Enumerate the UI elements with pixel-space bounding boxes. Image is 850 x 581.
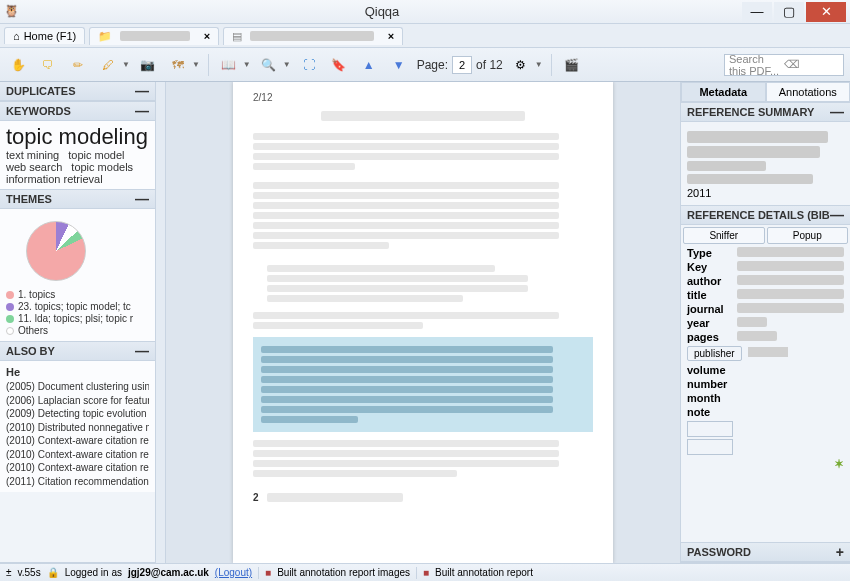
keyword-item[interactable]: text mining xyxy=(6,149,59,161)
tab-document-close[interactable]: × xyxy=(388,30,394,42)
field-author-value[interactable] xyxy=(737,275,844,285)
duplicates-title: DUPLICATES xyxy=(6,85,75,97)
section-number: 2 xyxy=(253,492,259,503)
legend-label: 11. lda; topics; plsi; topic r xyxy=(18,313,133,324)
dropdown-icon[interactable]: ▼ xyxy=(192,60,200,69)
legend-label: 1. topics xyxy=(18,289,55,300)
alsoby-item[interactable]: (2006) Laplacian score for feature xyxy=(6,394,149,408)
tab-annotations[interactable]: Annotations xyxy=(766,82,851,102)
minimize-button[interactable]: — xyxy=(742,2,772,22)
toolbar: ✋ 🗨 ✏ 🖊▼ 📷 🗺▼ 📖▼ 🔍▼ ⛶ 🔖 ▲ ▼ Page: of 12 … xyxy=(0,48,850,82)
tab-home[interactable]: ⌂ Home (F1) xyxy=(4,27,85,44)
tab-metadata[interactable]: Metadata xyxy=(681,82,766,102)
highlight-icon[interactable]: ✏ xyxy=(66,53,90,77)
field-key-value[interactable] xyxy=(737,261,844,271)
sniffer-button[interactable]: Sniffer xyxy=(683,227,765,244)
status-message-1: Built annotation report images xyxy=(277,567,410,578)
pencil-icon[interactable]: 🖊 xyxy=(96,53,120,77)
themes-header[interactable]: THEMES — xyxy=(0,190,155,209)
logout-link[interactable]: (Logout) xyxy=(215,567,252,578)
map-icon[interactable]: 🗺 xyxy=(166,53,190,77)
refdetails-header[interactable]: REFERENCE DETAILS (BIBTE — xyxy=(681,206,850,225)
keyword-main[interactable]: topic modeling xyxy=(6,125,149,149)
keyword-item[interactable]: topic model xyxy=(68,149,124,161)
alsoby-header[interactable]: ALSO BY — xyxy=(0,342,155,361)
status-bar: ± v.55s 🔒 Logged in as jgj29@cam.ac.uk (… xyxy=(0,563,850,581)
dropdown-icon[interactable]: ▼ xyxy=(122,60,130,69)
keyword-item[interactable]: topic models xyxy=(71,161,133,173)
alsoby-item[interactable]: (2011) Citation recommendation xyxy=(6,475,149,489)
note-icon[interactable]: 🗨 xyxy=(36,53,60,77)
alsoby-item[interactable]: (2010) Context-aware citation rec xyxy=(6,461,149,475)
clear-icon[interactable]: ⌫ xyxy=(784,58,839,71)
dropdown-icon[interactable]: ▼ xyxy=(535,60,543,69)
clapper-icon[interactable]: 🎬 xyxy=(560,53,584,77)
collapse-icon[interactable]: — xyxy=(135,86,149,96)
status-stop-icon[interactable]: ■ xyxy=(423,567,429,578)
field-type-value[interactable] xyxy=(737,247,844,257)
page-input[interactable] xyxy=(452,56,472,74)
refsummary-header[interactable]: REFERENCE SUMMARY — xyxy=(681,103,850,122)
password-header[interactable]: PASSWORD + xyxy=(681,543,850,562)
field-journal-value[interactable] xyxy=(737,303,844,313)
publisher-button[interactable]: publisher xyxy=(687,346,742,361)
legend-dot xyxy=(6,303,14,311)
field-title-value[interactable] xyxy=(737,289,844,299)
hand-tool-icon[interactable]: ✋ xyxy=(6,53,30,77)
alsoby-item[interactable]: (2010) Context-aware citation rec xyxy=(6,434,149,448)
collapse-icon[interactable]: — xyxy=(830,107,844,117)
themes-title: THEMES xyxy=(6,193,52,205)
collapse-icon[interactable]: — xyxy=(830,210,844,220)
tab-document[interactable]: ▤ × xyxy=(223,27,403,45)
alsoby-item[interactable]: (2009) Detecting topic evolution xyxy=(6,407,149,421)
popup-button[interactable]: Popup xyxy=(767,227,849,244)
search-input[interactable]: Search this PDF... ⌫ xyxy=(724,54,844,76)
collapse-icon[interactable]: — xyxy=(135,346,149,356)
field-extra-input-2[interactable] xyxy=(687,439,733,455)
alsoby-item[interactable]: (2005) Document clustering using xyxy=(6,380,149,394)
page-number: 2/12 xyxy=(253,92,593,103)
field-key-label: Key xyxy=(687,261,737,273)
zoom-icon[interactable]: 🔍 xyxy=(257,53,281,77)
camera-icon[interactable]: 📷 xyxy=(136,53,160,77)
field-month-label: month xyxy=(687,392,737,404)
highlighted-text[interactable] xyxy=(253,337,593,432)
page-label: Page: xyxy=(417,58,448,72)
themes-pie-chart xyxy=(26,221,86,281)
legend-dot xyxy=(6,315,14,323)
field-extra-input-1[interactable] xyxy=(687,421,733,437)
field-year-value[interactable] xyxy=(737,317,767,327)
tab-library[interactable]: 📁 × xyxy=(89,27,219,45)
keyword-item[interactable]: web search xyxy=(6,161,62,173)
gear-icon[interactable]: ⚙ xyxy=(509,53,533,77)
keyword-item[interactable]: information retrieval xyxy=(6,173,103,185)
document-scroll-area[interactable]: 2/12 2 xyxy=(166,82,680,563)
duplicates-header[interactable]: DUPLICATES — xyxy=(0,82,155,101)
maximize-button[interactable]: ▢ xyxy=(774,2,804,22)
arrow-up-icon[interactable]: ▲ xyxy=(357,53,381,77)
status-stop-icon[interactable]: ■ xyxy=(265,567,271,578)
field-pages-value[interactable] xyxy=(737,331,777,341)
field-note-label: note xyxy=(687,406,737,418)
alsoby-author: He xyxy=(6,366,20,378)
legend-dot xyxy=(6,291,14,299)
expand-icon[interactable]: + xyxy=(836,547,844,557)
tab-document-label-blur xyxy=(250,31,374,41)
alsoby-title: ALSO BY xyxy=(6,345,55,357)
alsoby-item[interactable]: (2010) Distributed nonnegative m xyxy=(6,421,149,435)
alsoby-item[interactable]: (2010) Context-aware citation rec xyxy=(6,448,149,462)
collapse-icon[interactable]: — xyxy=(135,106,149,116)
bookmark-icon[interactable]: 🔖 xyxy=(327,53,351,77)
close-button[interactable]: ✕ xyxy=(806,2,846,22)
keywords-header[interactable]: KEYWORDS — xyxy=(0,102,155,121)
fullscreen-icon[interactable]: ⛶ xyxy=(297,53,321,77)
book-open-icon[interactable]: 📖 xyxy=(217,53,241,77)
dropdown-icon[interactable]: ▼ xyxy=(283,60,291,69)
dropdown-icon[interactable]: ▼ xyxy=(243,60,251,69)
collapse-icon[interactable]: — xyxy=(135,194,149,204)
sync-icon[interactable]: ± xyxy=(6,567,12,578)
tab-library-close[interactable]: × xyxy=(204,30,210,42)
confirm-icon[interactable]: ✶ xyxy=(681,457,850,471)
arrow-down-icon[interactable]: ▼ xyxy=(387,53,411,77)
scroll-gutter[interactable] xyxy=(156,82,166,563)
